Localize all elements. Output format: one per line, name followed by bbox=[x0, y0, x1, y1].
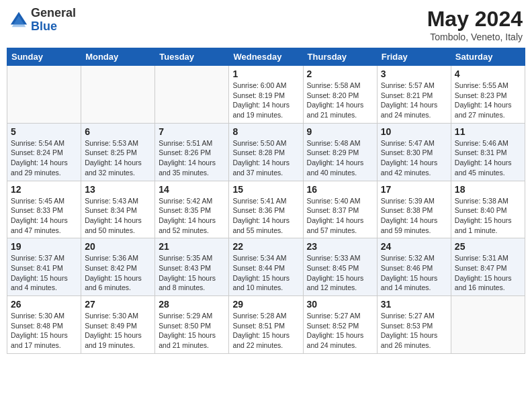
calendar-week-row: 5Sunrise: 5:54 AM Sunset: 8:24 PM Daylig… bbox=[7, 123, 525, 181]
day-info: Sunrise: 5:36 AM Sunset: 8:42 PM Dayligh… bbox=[85, 253, 151, 293]
calendar-day-20: 20Sunrise: 5:36 AM Sunset: 8:42 PM Dayli… bbox=[81, 238, 155, 296]
calendar-day-8: 8Sunrise: 5:50 AM Sunset: 8:28 PM Daylig… bbox=[229, 123, 303, 181]
calendar-day-28: 28Sunrise: 5:29 AM Sunset: 8:50 PM Dayli… bbox=[155, 296, 229, 354]
calendar-day-25: 25Sunrise: 5:31 AM Sunset: 8:47 PM Dayli… bbox=[451, 238, 525, 296]
day-number: 18 bbox=[455, 184, 521, 195]
day-info: Sunrise: 5:51 AM Sunset: 8:26 PM Dayligh… bbox=[159, 138, 225, 178]
day-info: Sunrise: 5:40 AM Sunset: 8:37 PM Dayligh… bbox=[307, 196, 373, 236]
logo-text: General Blue bbox=[31, 7, 76, 34]
calendar-day-17: 17Sunrise: 5:39 AM Sunset: 8:38 PM Dayli… bbox=[377, 181, 451, 238]
day-info: Sunrise: 6:00 AM Sunset: 8:19 PM Dayligh… bbox=[232, 81, 299, 120]
logo: General Blue bbox=[9, 7, 76, 34]
day-info: Sunrise: 5:29 AM Sunset: 8:50 PM Dayligh… bbox=[159, 311, 225, 351]
day-number: 20 bbox=[85, 241, 151, 252]
day-number: 30 bbox=[307, 299, 373, 310]
calendar-day-9: 9Sunrise: 5:48 AM Sunset: 8:29 PM Daylig… bbox=[303, 123, 377, 181]
day-number: 14 bbox=[159, 184, 225, 195]
day-number: 24 bbox=[381, 241, 447, 252]
day-info: Sunrise: 5:35 AM Sunset: 8:43 PM Dayligh… bbox=[159, 253, 225, 293]
day-info: Sunrise: 5:27 AM Sunset: 8:53 PM Dayligh… bbox=[381, 311, 447, 351]
calendar-empty-cell bbox=[7, 66, 81, 124]
day-header-monday: Monday bbox=[81, 48, 155, 66]
day-header-tuesday: Tuesday bbox=[155, 48, 229, 66]
day-info: Sunrise: 5:48 AM Sunset: 8:29 PM Dayligh… bbox=[307, 138, 373, 178]
calendar-week-row: 1Sunrise: 6:00 AM Sunset: 8:19 PM Daylig… bbox=[7, 66, 525, 124]
day-info: Sunrise: 5:45 AM Sunset: 8:33 PM Dayligh… bbox=[11, 196, 77, 236]
day-number: 22 bbox=[232, 241, 299, 252]
day-number: 5 bbox=[11, 126, 77, 137]
day-info: Sunrise: 5:42 AM Sunset: 8:35 PM Dayligh… bbox=[159, 196, 225, 236]
calendar-day-11: 11Sunrise: 5:46 AM Sunset: 8:31 PM Dayli… bbox=[451, 123, 525, 181]
day-number: 10 bbox=[381, 126, 447, 137]
day-number: 11 bbox=[455, 126, 521, 137]
day-number: 23 bbox=[307, 241, 373, 252]
day-info: Sunrise: 5:38 AM Sunset: 8:40 PM Dayligh… bbox=[455, 196, 521, 236]
month-title: May 2024 bbox=[427, 7, 523, 32]
day-info: Sunrise: 5:34 AM Sunset: 8:44 PM Dayligh… bbox=[232, 253, 299, 293]
calendar-day-6: 6Sunrise: 5:53 AM Sunset: 8:25 PM Daylig… bbox=[81, 123, 155, 181]
logo-blue: Blue bbox=[31, 20, 76, 34]
day-info: Sunrise: 5:57 AM Sunset: 8:21 PM Dayligh… bbox=[381, 81, 447, 120]
day-number: 28 bbox=[159, 299, 225, 310]
calendar-day-19: 19Sunrise: 5:37 AM Sunset: 8:41 PM Dayli… bbox=[7, 238, 81, 296]
calendar-empty-cell bbox=[155, 66, 229, 124]
calendar-day-14: 14Sunrise: 5:42 AM Sunset: 8:35 PM Dayli… bbox=[155, 181, 229, 238]
calendar-day-27: 27Sunrise: 5:30 AM Sunset: 8:49 PM Dayli… bbox=[81, 296, 155, 354]
calendar-day-31: 31Sunrise: 5:27 AM Sunset: 8:53 PM Dayli… bbox=[377, 296, 451, 354]
day-info: Sunrise: 5:30 AM Sunset: 8:48 PM Dayligh… bbox=[11, 311, 77, 351]
day-number: 19 bbox=[11, 241, 77, 252]
day-number: 12 bbox=[11, 184, 77, 195]
calendar-day-18: 18Sunrise: 5:38 AM Sunset: 8:40 PM Dayli… bbox=[451, 181, 525, 238]
day-number: 16 bbox=[307, 184, 373, 195]
calendar-day-10: 10Sunrise: 5:47 AM Sunset: 8:30 PM Dayli… bbox=[377, 123, 451, 181]
day-info: Sunrise: 5:31 AM Sunset: 8:47 PM Dayligh… bbox=[455, 253, 521, 293]
page-header: General Blue May 2024 Tombolo, Veneto, I… bbox=[7, 7, 525, 42]
day-info: Sunrise: 5:28 AM Sunset: 8:51 PM Dayligh… bbox=[232, 311, 299, 351]
day-number: 31 bbox=[381, 299, 447, 310]
day-number: 7 bbox=[159, 126, 225, 137]
calendar-day-26: 26Sunrise: 5:30 AM Sunset: 8:48 PM Dayli… bbox=[7, 296, 81, 354]
day-info: Sunrise: 5:47 AM Sunset: 8:30 PM Dayligh… bbox=[381, 138, 447, 178]
day-number: 4 bbox=[455, 68, 521, 79]
day-number: 13 bbox=[85, 184, 151, 195]
calendar-day-23: 23Sunrise: 5:33 AM Sunset: 8:45 PM Dayli… bbox=[303, 238, 377, 296]
calendar-week-row: 26Sunrise: 5:30 AM Sunset: 8:48 PM Dayli… bbox=[7, 296, 525, 354]
calendar-day-1: 1Sunrise: 6:00 AM Sunset: 8:19 PM Daylig… bbox=[229, 66, 303, 124]
calendar-day-29: 29Sunrise: 5:28 AM Sunset: 8:51 PM Dayli… bbox=[229, 296, 303, 354]
day-info: Sunrise: 5:30 AM Sunset: 8:49 PM Dayligh… bbox=[85, 311, 151, 351]
day-info: Sunrise: 5:58 AM Sunset: 8:20 PM Dayligh… bbox=[307, 81, 373, 120]
logo-general: General bbox=[31, 7, 76, 20]
day-info: Sunrise: 5:33 AM Sunset: 8:45 PM Dayligh… bbox=[307, 253, 373, 293]
day-header-wednesday: Wednesday bbox=[229, 48, 303, 66]
day-number: 6 bbox=[85, 126, 151, 137]
day-number: 17 bbox=[381, 184, 447, 195]
calendar-day-15: 15Sunrise: 5:41 AM Sunset: 8:36 PM Dayli… bbox=[229, 181, 303, 238]
day-number: 29 bbox=[232, 299, 299, 310]
day-header-friday: Friday bbox=[377, 48, 451, 66]
day-number: 9 bbox=[307, 126, 373, 137]
calendar-day-3: 3Sunrise: 5:57 AM Sunset: 8:21 PM Daylig… bbox=[377, 66, 451, 124]
day-info: Sunrise: 5:46 AM Sunset: 8:31 PM Dayligh… bbox=[455, 138, 521, 178]
calendar-day-2: 2Sunrise: 5:58 AM Sunset: 8:20 PM Daylig… bbox=[303, 66, 377, 124]
calendar-day-22: 22Sunrise: 5:34 AM Sunset: 8:44 PM Dayli… bbox=[229, 238, 303, 296]
day-header-saturday: Saturday bbox=[451, 48, 525, 66]
day-info: Sunrise: 5:55 AM Sunset: 8:23 PM Dayligh… bbox=[455, 81, 521, 120]
calendar-day-13: 13Sunrise: 5:43 AM Sunset: 8:34 PM Dayli… bbox=[81, 181, 155, 238]
calendar-day-16: 16Sunrise: 5:40 AM Sunset: 8:37 PM Dayli… bbox=[303, 181, 377, 238]
day-info: Sunrise: 5:41 AM Sunset: 8:36 PM Dayligh… bbox=[232, 196, 299, 236]
calendar-empty-cell bbox=[81, 66, 155, 124]
day-number: 2 bbox=[307, 68, 373, 79]
day-number: 8 bbox=[232, 126, 299, 137]
day-info: Sunrise: 5:54 AM Sunset: 8:24 PM Dayligh… bbox=[11, 138, 77, 178]
calendar-day-12: 12Sunrise: 5:45 AM Sunset: 8:33 PM Dayli… bbox=[7, 181, 81, 238]
calendar-week-row: 19Sunrise: 5:37 AM Sunset: 8:41 PM Dayli… bbox=[7, 238, 525, 296]
calendar-day-30: 30Sunrise: 5:27 AM Sunset: 8:52 PM Dayli… bbox=[303, 296, 377, 354]
day-info: Sunrise: 5:39 AM Sunset: 8:38 PM Dayligh… bbox=[381, 196, 447, 236]
day-info: Sunrise: 5:32 AM Sunset: 8:46 PM Dayligh… bbox=[381, 253, 447, 293]
day-info: Sunrise: 5:53 AM Sunset: 8:25 PM Dayligh… bbox=[85, 138, 151, 178]
location: Tombolo, Veneto, Italy bbox=[427, 32, 523, 42]
day-number: 15 bbox=[232, 184, 299, 195]
day-header-thursday: Thursday bbox=[303, 48, 377, 66]
day-number: 26 bbox=[11, 299, 77, 310]
calendar-day-24: 24Sunrise: 5:32 AM Sunset: 8:46 PM Dayli… bbox=[377, 238, 451, 296]
